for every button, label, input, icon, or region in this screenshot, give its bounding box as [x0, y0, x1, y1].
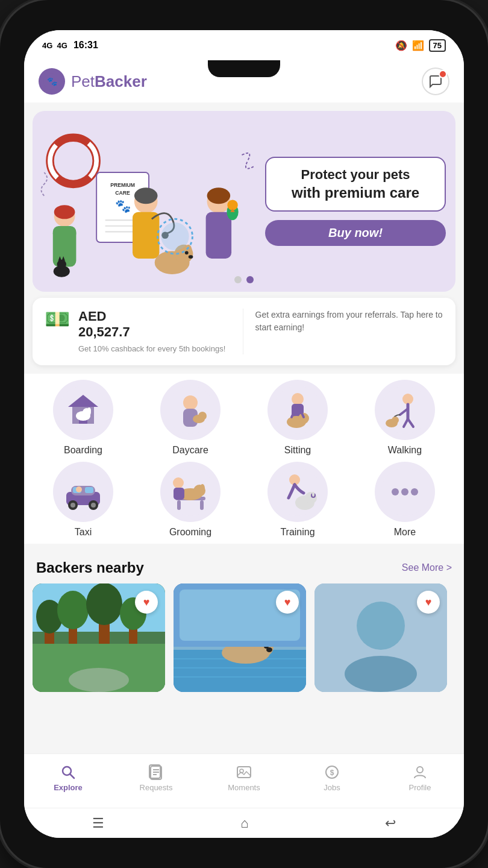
moments-icon — [236, 764, 252, 781]
training-icon — [267, 462, 328, 522]
svg-text:$: $ — [330, 769, 334, 777]
nav-jobs[interactable]: $ Jobs — [308, 764, 356, 792]
service-daycare[interactable]: Daycare — [140, 380, 241, 456]
service-grooming[interactable]: Grooming — [140, 462, 241, 538]
service-walking[interactable]: Walking — [354, 380, 455, 456]
banner-text-box: Protect your pets with premium care — [265, 157, 446, 212]
svg-point-119 — [357, 602, 405, 650]
svg-point-83 — [274, 468, 322, 516]
boarding-label: Boarding — [64, 445, 102, 456]
menu-button[interactable]: ☰ — [92, 816, 104, 831]
earnings-amount: 20,527.7 — [78, 324, 225, 340]
referral-text: Get extra earnings from your referrals. … — [255, 309, 444, 334]
svg-line-122 — [70, 774, 74, 778]
jobs-label: Jobs — [324, 783, 340, 792]
nav-requests[interactable]: Requests — [132, 764, 180, 792]
walking-icon — [375, 380, 435, 440]
svg-point-81 — [173, 477, 184, 488]
earnings-card[interactable]: 💵 AED 20,527.7 Get 10% cashback for ever… — [33, 298, 455, 365]
banner-dot-2 — [246, 276, 254, 283]
earnings-info: AED 20,527.7 Get 10% cashback for every … — [78, 309, 225, 354]
svg-point-92 — [411, 488, 418, 495]
svg-text:🐾: 🐾 — [115, 198, 131, 214]
backer-card-1[interactable]: ♥ — [33, 583, 165, 692]
svg-text:🐾: 🐾 — [47, 77, 58, 87]
svg-point-27 — [185, 251, 189, 254]
training-label: Training — [280, 527, 314, 538]
service-boarding[interactable]: Boarding — [33, 380, 134, 456]
banner-illustration: PREMIUM CARE 🐾 — [33, 111, 265, 292]
money-icon: 💵 — [45, 309, 70, 329]
svg-point-115 — [266, 647, 272, 652]
time: 16:31 — [74, 40, 98, 51]
svg-rect-77 — [200, 500, 204, 510]
svg-rect-82 — [174, 488, 184, 500]
svg-point-86 — [305, 492, 317, 504]
banner-dots — [234, 276, 254, 283]
banner-text-area: Protect your pets with premium care Buy … — [265, 145, 455, 259]
earnings-referral[interactable]: Get extra earnings from your referrals. … — [253, 309, 444, 334]
svg-point-100 — [86, 583, 122, 625]
backer-3-heart[interactable]: ♥ — [417, 591, 440, 614]
promo-banner[interactable]: PREMIUM CARE 🐾 — [33, 111, 455, 292]
buy-now-button[interactable]: Buy now! — [265, 220, 446, 246]
sitting-label: Sitting — [284, 445, 311, 456]
svg-point-104 — [69, 668, 129, 692]
svg-point-17 — [57, 260, 66, 269]
daycare-icon — [160, 380, 221, 440]
svg-point-36 — [161, 222, 189, 250]
service-grid: Boarding Daycare — [24, 374, 464, 544]
nav-moments[interactable]: Moments — [220, 764, 268, 792]
svg-point-48 — [198, 412, 207, 420]
daycare-label: Daycare — [172, 445, 208, 456]
jobs-icon: $ — [324, 764, 340, 781]
logo-text: PetBacker — [71, 72, 147, 91]
backers-list: ♥ — [24, 583, 464, 704]
back-button[interactable]: ↩ — [385, 816, 396, 831]
svg-point-72 — [91, 503, 96, 508]
service-sitting[interactable]: Sitting — [247, 380, 348, 456]
see-more-button[interactable]: See More > — [402, 562, 452, 573]
backer-1-heart[interactable]: ♥ — [135, 591, 158, 614]
svg-point-132 — [417, 767, 423, 773]
moments-label: Moments — [228, 783, 260, 792]
home-button[interactable]: ⌂ — [240, 816, 248, 831]
backers-title: Backers nearby — [36, 559, 144, 576]
backers-section-header: Backers nearby See More > — [24, 550, 464, 583]
service-training[interactable]: Training — [247, 462, 348, 538]
svg-point-63 — [392, 417, 399, 424]
walking-label: Walking — [388, 445, 422, 456]
svg-point-50 — [292, 393, 304, 405]
svg-rect-21 — [133, 212, 159, 259]
explore-label: Explore — [54, 783, 83, 792]
chat-button[interactable] — [422, 68, 449, 95]
svg-point-45 — [183, 395, 198, 410]
silent-icon: 🔕 — [395, 40, 407, 51]
heart-icon-3: ♥ — [425, 596, 432, 609]
svg-point-88 — [312, 492, 314, 497]
banner-headline: Protect your pets with premium care — [276, 166, 435, 203]
explore-icon — [60, 764, 77, 781]
svg-rect-128 — [237, 767, 251, 778]
svg-point-28 — [189, 255, 193, 259]
wifi-icon: 📶 — [412, 40, 424, 51]
status-bar: 4G 4G 16:31 🔕 📶 75 — [24, 30, 464, 60]
battery-icon: 75 — [429, 39, 446, 52]
logo-icon: 🐾 — [39, 68, 65, 95]
svg-point-43 — [87, 407, 91, 414]
backer-2-heart[interactable]: ♥ — [276, 591, 299, 614]
grooming-icon — [160, 462, 221, 522]
svg-rect-30 — [206, 212, 231, 259]
service-more[interactable]: More — [354, 462, 455, 538]
service-taxi[interactable]: Taxi — [33, 462, 134, 538]
backer-card-3[interactable]: ♥ — [314, 583, 447, 692]
heart-icon-2: ♥ — [284, 596, 291, 609]
nav-explore[interactable]: Explore — [44, 764, 92, 792]
main-content: PREMIUM CARE 🐾 — [24, 102, 464, 753]
backer-card-2[interactable]: ♥ — [174, 583, 306, 692]
earnings-currency: AED — [78, 309, 225, 324]
nav-profile[interactable]: Profile — [396, 764, 444, 792]
svg-rect-68 — [85, 487, 93, 493]
svg-point-98 — [57, 591, 89, 629]
taxi-label: Taxi — [75, 527, 92, 538]
